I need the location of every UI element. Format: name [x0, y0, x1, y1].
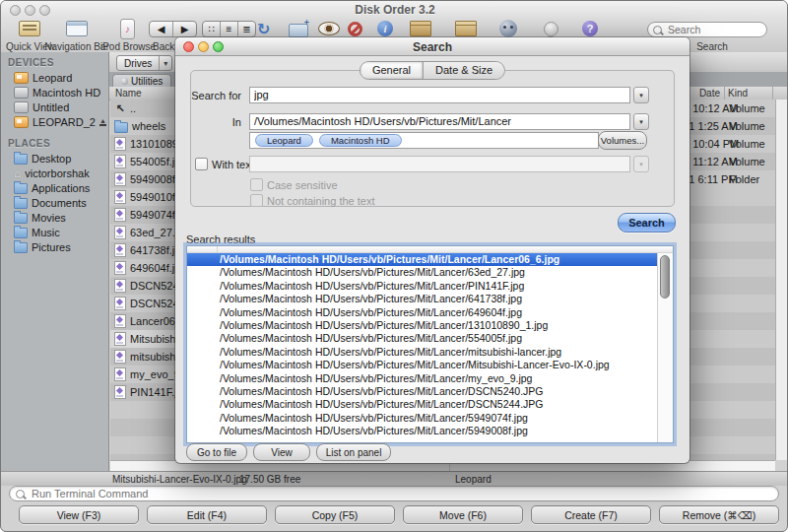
- result-row[interactable]: /Volumes/Macintosh HD/Users/vb/Pictures/…: [187, 398, 673, 411]
- navigation-bar-icon: [66, 21, 88, 36]
- with-text-checkbox[interactable]: [195, 158, 208, 170]
- sidebar-item-documents[interactable]: Documents: [1, 195, 108, 210]
- dropdown-arrow-icon[interactable]: ▾: [159, 56, 171, 70]
- sidebar-item-macintosh-hd[interactable]: Macintosh HD: [1, 85, 108, 100]
- result-row[interactable]: /Volumes/Macintosh HD/Users/vb/Pictures/…: [187, 372, 673, 385]
- tab-general[interactable]: General: [361, 62, 423, 79]
- search-for-field[interactable]: [249, 87, 630, 103]
- column-header-kind[interactable]: Kind: [728, 88, 748, 99]
- result-row[interactable]: /Volumes/Macintosh HD/Users/vb/Pictures/…: [187, 266, 673, 279]
- refresh-icon: ↻: [257, 20, 270, 38]
- dialog-titlebar[interactable]: Search: [175, 37, 690, 56]
- sidebar-item-untitled[interactable]: Untitled: [1, 100, 108, 114]
- sidebar: DEVICES Leopard Macintosh HD Untitled LE…: [1, 52, 109, 471]
- status-right-panel: Leopard: [455, 474, 492, 485]
- result-row[interactable]: /Volumes/Macintosh HD/Users/vb/Pictures/…: [187, 359, 673, 371]
- result-row[interactable]: /Volumes/Macintosh HD/Users/vb/Pictures/…: [187, 346, 673, 359]
- jpeg-file-icon: [114, 172, 126, 186]
- icon-view-button[interactable]: ∷: [203, 22, 221, 36]
- result-row-selected[interactable]: /Volumes/Macintosh HD/Users/vb/Pictures/…: [187, 253, 673, 266]
- result-row[interactable]: /Volumes/Macintosh HD/Users/vb/Pictures/…: [187, 306, 673, 319]
- drives-button[interactable]: Drives ▾: [116, 55, 172, 71]
- result-row[interactable]: /Volumes/Macintosh HD/Users/vb/Pictures/…: [187, 412, 673, 425]
- list-on-panel-button[interactable]: List on panel: [316, 443, 391, 461]
- search-submit-button[interactable]: Search: [618, 213, 676, 233]
- column-header-name[interactable]: Name: [115, 88, 142, 99]
- tab-utilities[interactable]: Utilities: [112, 74, 171, 88]
- jpeg-file-icon: [114, 279, 126, 293]
- toolbar-search-field[interactable]: [647, 22, 767, 37]
- ipod-browse-button[interactable]: ♪: [120, 17, 135, 40]
- create-f7-button[interactable]: Create (F7): [531, 505, 651, 524]
- volumes-token-field[interactable]: Leopard Macintosh HD: [249, 132, 599, 149]
- with-text-input[interactable]: [250, 157, 623, 170]
- edit-f4-button[interactable]: Edit (F4): [147, 505, 267, 524]
- jpeg-file-icon: [114, 385, 126, 399]
- scrollbar-thumb[interactable]: [660, 255, 670, 299]
- ipod-browse-label: iPod Browse: [98, 41, 158, 52]
- screen: Disk Order 3.2 ♪ ◀ ▶ ∷ ≡ ≣ ↻ i: [0, 0, 788, 532]
- music-note-icon: ♪: [120, 19, 135, 39]
- result-row[interactable]: /Volumes/Macintosh HD/Users/vb/Pictures/…: [187, 293, 673, 305]
- sidebar-item-leopard[interactable]: Leopard: [1, 70, 108, 85]
- jpeg-file-icon: [114, 332, 126, 346]
- not-containing-checkbox[interactable]: [250, 194, 263, 207]
- sidebar-item-pictures[interactable]: Pictures: [1, 239, 108, 254]
- face-icon: [499, 20, 517, 37]
- sidebar-item-home[interactable]: ⌂victorborshak: [1, 166, 108, 180]
- home-icon: ⌂: [14, 168, 21, 178]
- quick-view-button[interactable]: [19, 17, 40, 40]
- terminal-command-field[interactable]: [9, 486, 779, 501]
- jpeg-file-icon: [114, 137, 126, 151]
- box-closed-icon: [410, 21, 431, 36]
- not-containing-label: Not containing the text: [267, 195, 374, 207]
- sidebar-item-music[interactable]: Music: [1, 225, 108, 239]
- orange-drive-icon: [14, 116, 29, 128]
- eject-icon[interactable]: ▲: [99, 118, 106, 126]
- in-field[interactable]: [249, 113, 630, 130]
- in-path-input[interactable]: [250, 114, 623, 128]
- right-panel-vertical-scrollbar[interactable]: [775, 100, 788, 460]
- navigation-bar-button[interactable]: [66, 17, 88, 40]
- sidebar-item-desktop[interactable]: Desktop: [1, 151, 108, 166]
- with-text-label: With text: [212, 159, 254, 170]
- with-text-field[interactable]: [249, 156, 630, 172]
- search-input[interactable]: [666, 23, 758, 36]
- detail-view-button[interactable]: ≣: [238, 22, 255, 36]
- result-row[interactable]: /Volumes/Macintosh HD/Users/vb/Pictures/…: [187, 385, 673, 398]
- move-f6-button[interactable]: Move (F6): [403, 505, 523, 524]
- jpeg-file-icon: [114, 243, 126, 257]
- go-to-file-button[interactable]: Go to file: [186, 443, 247, 461]
- results-vertical-scrollbar[interactable]: [657, 253, 673, 442]
- result-row[interactable]: /Volumes/Macintosh HD/Users/vb/Pictures/…: [187, 280, 673, 293]
- view-button[interactable]: View: [253, 443, 310, 461]
- back-button[interactable]: ◀: [150, 22, 173, 36]
- list-view-button[interactable]: ≡: [221, 22, 238, 36]
- jpeg-file-icon: [114, 350, 126, 364]
- search-for-dropdown-button[interactable]: ▾: [633, 87, 649, 103]
- result-row[interactable]: /Volumes/Macintosh HD/Users/vb/Pictures/…: [187, 425, 673, 437]
- case-sensitive-checkbox[interactable]: [250, 178, 263, 191]
- result-row[interactable]: /Volumes/Macintosh HD/Users/vb/Pictures/…: [187, 332, 673, 345]
- orange-drive-icon: [14, 72, 29, 84]
- search-for-input[interactable]: [250, 88, 623, 101]
- sidebar-item-leopard-2[interactable]: LEOPARD_2▲: [1, 114, 108, 129]
- no-entry-icon: [348, 22, 362, 36]
- status-selected-file: Mitsubishi-Lancer-Evo-IX-0.jpg: [112, 474, 247, 485]
- light-bulb-icon: [544, 22, 558, 36]
- sidebar-item-movies[interactable]: Movies: [1, 210, 108, 225]
- copy-f5-button[interactable]: Copy (F5): [275, 505, 395, 524]
- view-f3-button[interactable]: View (F3): [19, 505, 139, 524]
- in-dropdown-button[interactable]: ▾: [633, 113, 649, 130]
- volumes-button[interactable]: Volumes...: [598, 131, 647, 150]
- result-row[interactable]: /Volumes/Macintosh HD/Users/vb/Pictures/…: [187, 319, 673, 332]
- jpeg-file-icon: [114, 155, 126, 168]
- sidebar-item-applications[interactable]: Applications: [1, 180, 108, 195]
- forward-button[interactable]: ▶: [173, 22, 196, 36]
- tab-date-size[interactable]: Date & Size: [423, 62, 504, 79]
- remove-button[interactable]: Remove (⌘⌫): [659, 505, 779, 524]
- volume-token-leopard[interactable]: Leopard: [255, 134, 313, 147]
- terminal-command-input[interactable]: [30, 487, 723, 500]
- folder-icon: [114, 122, 128, 133]
- volume-token-macintosh-hd[interactable]: Macintosh HD: [319, 134, 402, 147]
